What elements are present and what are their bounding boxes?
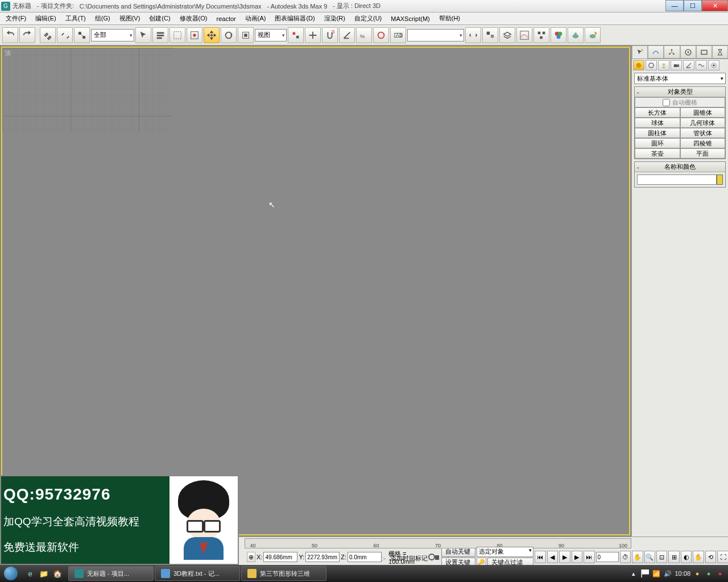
snap-button[interactable]: 3: [322, 27, 338, 43]
sound-icon[interactable]: 🔊: [663, 569, 672, 578]
curve-editor-button[interactable]: [516, 27, 532, 43]
menu-customize[interactable]: 自定义(U): [351, 13, 385, 24]
maximize-button[interactable]: ☐: [684, 0, 702, 11]
menu-help[interactable]: 帮助(H): [436, 13, 464, 24]
percent-snap-button[interactable]: %: [356, 27, 372, 43]
named-sel-button[interactable]: ABC: [390, 27, 406, 43]
start-button[interactable]: [0, 566, 22, 581]
lights-subtab[interactable]: [658, 60, 669, 70]
flag-icon[interactable]: [640, 569, 650, 578]
frame-input[interactable]: [596, 552, 619, 562]
menu-render[interactable]: 渲染(R): [321, 13, 349, 24]
move-button[interactable]: [204, 27, 220, 43]
system-tray[interactable]: ▴ 📶 🔊 10:08 ● ● ●: [626, 569, 728, 578]
tray-orb1[interactable]: ●: [693, 569, 702, 578]
pyramid-button[interactable]: 四棱锥: [680, 138, 726, 148]
utilities-tab[interactable]: [712, 45, 728, 59]
systems-subtab[interactable]: [708, 60, 719, 70]
goto-end-button[interactable]: ⏭: [584, 551, 594, 563]
autogrid-row[interactable]: 自动栅格: [635, 97, 725, 107]
menu-modifiers[interactable]: 修改器(O): [176, 13, 211, 24]
x-input[interactable]: [263, 552, 297, 562]
zoom-extents-button[interactable]: ⊞: [668, 551, 679, 563]
redo-button[interactable]: [19, 27, 35, 43]
link-button[interactable]: [40, 27, 56, 43]
clock[interactable]: 10:08: [675, 570, 690, 577]
pan-view-button[interactable]: ✋: [632, 551, 643, 563]
pan-button[interactable]: ✋: [693, 551, 704, 563]
display-tab[interactable]: [696, 45, 712, 59]
tray-up-icon[interactable]: ▴: [629, 569, 638, 578]
create-tab[interactable]: [632, 45, 648, 59]
cameras-subtab[interactable]: [671, 60, 682, 70]
object-color-swatch[interactable]: [717, 174, 723, 185]
layers-button[interactable]: [499, 27, 515, 43]
manipulate-button[interactable]: [305, 27, 321, 43]
angle-snap-button[interactable]: [339, 27, 355, 43]
menu-maxscript[interactable]: MAXScript(M): [387, 14, 433, 23]
network-icon[interactable]: 📶: [652, 569, 661, 578]
menu-views[interactable]: 视图(V): [116, 13, 144, 24]
select-region-button[interactable]: [169, 27, 185, 43]
time-config-button[interactable]: ⏱: [620, 551, 631, 563]
menu-edit[interactable]: 编辑(E): [32, 13, 60, 24]
helpers-subtab[interactable]: [683, 60, 694, 70]
minimize-button[interactable]: —: [665, 0, 684, 11]
pivot-button[interactable]: [288, 27, 304, 43]
torus-button[interactable]: 圆环: [635, 138, 680, 148]
mirror-button[interactable]: [465, 27, 481, 43]
tray-orb2[interactable]: ●: [704, 569, 713, 578]
task-3dsmax[interactable]: 无标题 - 项目...: [68, 566, 154, 581]
next-frame-button[interactable]: ▶: [572, 551, 582, 563]
object-name-input[interactable]: [637, 174, 717, 185]
menu-file[interactable]: 文件(F): [2, 13, 30, 24]
zoom-all-button[interactable]: ⊡: [656, 551, 667, 563]
cylinder-button[interactable]: 圆柱体: [635, 128, 680, 138]
close-button[interactable]: ✕: [702, 0, 728, 11]
play-button[interactable]: ▶: [559, 551, 570, 563]
add-time-tag[interactable]: 添加时间标记: [388, 554, 430, 563]
cone-button[interactable]: 圆锥体: [680, 107, 726, 118]
spacewarps-subtab[interactable]: [696, 60, 707, 70]
zoom-button[interactable]: 🔍: [644, 551, 655, 563]
ref-coord-dropdown[interactable]: 视图: [255, 29, 287, 41]
geosphere-button[interactable]: 几何球体: [680, 118, 726, 128]
category-dropdown[interactable]: 标准基本体: [634, 73, 726, 84]
ie-icon[interactable]: e: [24, 567, 36, 580]
fov-button[interactable]: ◐: [681, 551, 692, 563]
transform-type-in-button[interactable]: ⊕: [247, 552, 255, 562]
select-button[interactable]: [135, 27, 151, 43]
plane-button[interactable]: 平面: [680, 148, 726, 159]
motion-tab[interactable]: [680, 45, 696, 59]
orbit-button[interactable]: ⟲: [705, 551, 716, 563]
task-folder[interactable]: 第三节图形转三维: [241, 566, 326, 581]
window-crossing-button[interactable]: [187, 27, 202, 43]
rotate-button[interactable]: [221, 27, 237, 43]
select-by-name-button[interactable]: [152, 27, 168, 43]
selection-filter-dropdown[interactable]: 全部: [91, 29, 134, 41]
z-input[interactable]: [348, 552, 382, 562]
maximize-viewport-button[interactable]: ⛶: [717, 551, 728, 563]
render-scene-button[interactable]: [568, 27, 584, 43]
menu-graph[interactable]: 图表编辑器(D): [271, 13, 318, 24]
viewport-top[interactable]: 顶 ↖: [1, 47, 630, 535]
task-notepad[interactable]: 3D教程.txt - 记...: [155, 566, 240, 581]
menu-tools[interactable]: 工具(T): [62, 13, 89, 24]
name-color-header[interactable]: -名称和颜色: [635, 162, 725, 172]
box-button[interactable]: 长方体: [635, 107, 680, 118]
sphere-button[interactable]: 球体: [635, 118, 680, 128]
undo-button[interactable]: [2, 27, 18, 43]
shapes-subtab[interactable]: [646, 60, 657, 70]
menu-animation[interactable]: 动画(A): [242, 13, 270, 24]
unlink-button[interactable]: [57, 27, 73, 43]
goto-start-button[interactable]: ⏮: [535, 551, 545, 563]
scale-button[interactable]: [238, 27, 254, 43]
key-mode-dropdown[interactable]: 选定对象: [477, 547, 533, 557]
modify-tab[interactable]: [648, 45, 664, 59]
object-type-header[interactable]: -对象类型: [635, 87, 725, 97]
prev-frame-button[interactable]: ◀: [547, 551, 558, 563]
menu-create[interactable]: 创建(C): [146, 13, 173, 24]
y-input[interactable]: [305, 552, 340, 562]
geometry-subtab[interactable]: [633, 60, 644, 70]
material-editor-button[interactable]: [551, 27, 566, 43]
